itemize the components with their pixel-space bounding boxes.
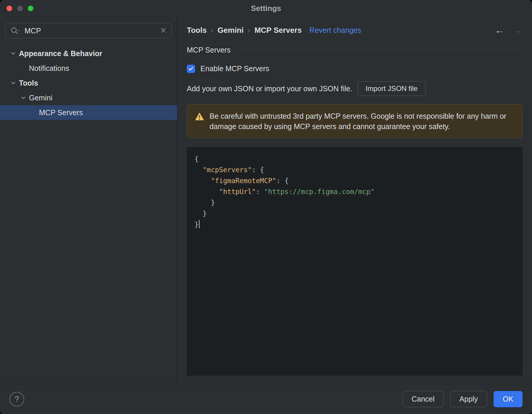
enable-mcp-label: Enable MCP Servers — [200, 64, 269, 73]
help-button[interactable]: ? — [9, 392, 24, 407]
sidebar-item-tools[interactable]: Tools — [0, 76, 177, 90]
forward-arrow-icon: → — [513, 25, 523, 36]
cancel-button[interactable]: Cancel — [403, 391, 444, 407]
help-icon: ? — [15, 395, 19, 404]
ok-button[interactable]: OK — [494, 391, 523, 407]
enable-mcp-checkbox[interactable] — [187, 65, 195, 73]
chevron-down-icon[interactable] — [10, 50, 19, 57]
import-json-button[interactable]: Import JSON file — [358, 81, 426, 96]
import-row: Add your own JSON or import your own JSO… — [187, 81, 523, 96]
sidebar-item-gemini[interactable]: Gemini — [0, 90, 177, 105]
import-description: Add your own JSON or import your own JSO… — [187, 84, 352, 93]
chevron-down-icon[interactable] — [20, 94, 29, 101]
code-line: } — [194, 208, 515, 219]
warning-icon — [195, 112, 204, 122]
settings-content: Tools›Gemini›MCP Servers Revert changes … — [177, 17, 532, 384]
breadcrumb-separator: › — [211, 26, 213, 35]
sidebar-item-label: Notifications — [29, 64, 69, 73]
sidebar-item-label: Appearance & Behavior — [19, 49, 102, 58]
section-title: MCP Servers — [187, 46, 231, 54]
text-caret — [199, 220, 200, 228]
code-line: } — [194, 197, 515, 208]
warning-text: Be careful with untrusted 3rd party MCP … — [210, 111, 515, 131]
settings-search-box[interactable]: ✕ — [5, 23, 172, 38]
dialog-footer: ? Cancel Apply OK — [0, 384, 532, 414]
traffic-lights — [7, 0, 33, 17]
settings-tree: Appearance & BehaviorNotificationsToolsG… — [0, 46, 177, 120]
zoom-window-button[interactable] — [28, 6, 33, 11]
chevron-down-icon[interactable] — [10, 80, 19, 86]
title-bar: Settings — [0, 0, 532, 17]
sidebar-item-notifications[interactable]: Notifications — [0, 61, 177, 76]
breadcrumb-item[interactable]: MCP Servers — [254, 26, 302, 35]
footer-buttons: Cancel Apply OK — [403, 391, 523, 407]
settings-sidebar: ✕ Appearance & BehaviorNotificationsTool… — [0, 17, 177, 384]
close-window-button[interactable] — [7, 6, 12, 11]
breadcrumb-item[interactable]: Gemini — [218, 26, 244, 35]
code-line: "mcpServers": { — [194, 164, 515, 175]
code-line: "httpUrl": "https://mcp.figma.com/mcp" — [194, 186, 515, 197]
section-divider — [236, 50, 523, 50]
enable-mcp-row: Enable MCP Servers — [187, 64, 523, 73]
warning-banner: Be careful with untrusted 3rd party MCP … — [187, 104, 523, 138]
clear-search-icon[interactable]: ✕ — [160, 27, 167, 35]
breadcrumb-items: Tools›Gemini›MCP Servers — [187, 26, 302, 35]
code-line: } — [194, 219, 515, 230]
window-title: Settings — [251, 4, 281, 13]
json-editor[interactable]: { "mcpServers": { "figmaRemoteMCP": { "h… — [187, 147, 523, 376]
code-line: { — [194, 154, 515, 164]
search-input[interactable] — [25, 27, 160, 35]
apply-button[interactable]: Apply — [450, 391, 487, 407]
search-icon — [10, 27, 20, 35]
code-line: "figmaRemoteMCP": { — [194, 175, 515, 186]
section-header: MCP Servers — [187, 46, 523, 54]
sidebar-item-label: MCP Servers — [39, 108, 83, 117]
sidebar-item-mcp-servers[interactable]: MCP Servers — [0, 105, 177, 120]
back-arrow-icon[interactable]: ← — [495, 25, 504, 36]
settings-window: Settings ✕ Appearance & BehaviorNotifica… — [0, 0, 532, 414]
breadcrumb: Tools›Gemini›MCP Servers Revert changes … — [187, 25, 523, 36]
sidebar-item-label: Tools — [19, 79, 38, 87]
sidebar-item-label: Gemini — [29, 94, 52, 102]
history-nav: ← → — [495, 25, 523, 36]
sidebar-item-appearance-behavior[interactable]: Appearance & Behavior — [0, 46, 177, 61]
breadcrumb-item[interactable]: Tools — [187, 26, 207, 35]
breadcrumb-separator: › — [248, 26, 250, 35]
minimize-window-button — [17, 6, 23, 11]
revert-changes-link[interactable]: Revert changes — [309, 26, 361, 35]
